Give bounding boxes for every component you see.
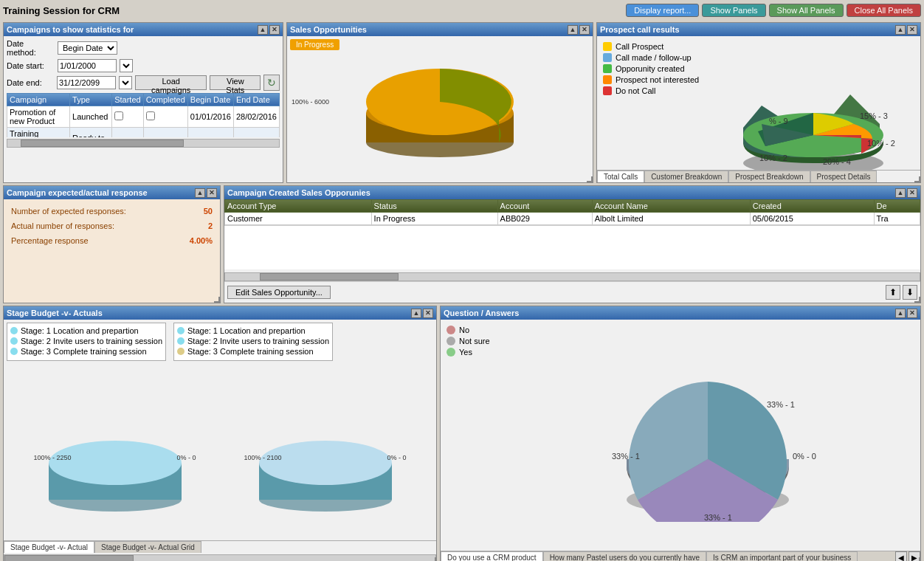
row1: Campaigns to show statistics for ▲ ✕ Dat… [3, 22, 921, 183]
show-panels-button[interactable]: Show Panels [702, 4, 765, 17]
prospect-pie: % - 9 15% - 3 10% - 2 10% - 2 20% - 4 [706, 39, 906, 170]
col-started: Started [112, 94, 143, 106]
display-report-button[interactable]: Display report... [626, 4, 699, 17]
camp-created-controls: ▲ ✕ [895, 188, 917, 198]
camp-created-header: Campaign Created Sales Opporunies ▲ ✕ [224, 186, 920, 199]
tab-crm-important[interactable]: Is CRM an important part of your busines… [706, 551, 858, 561]
camp-created-table-header: Account Type Status Account Account Name… [225, 200, 920, 213]
legend-item-not-sure: Not sure [447, 337, 490, 345]
date-start-row: Date start: ▼ [7, 59, 280, 72]
app-title: Training Session for CRM [3, 5, 120, 16]
camp-created-resize[interactable] [913, 295, 920, 303]
view-stats-button[interactable]: View Stats [210, 75, 261, 90]
completed-checkbox[interactable] [146, 111, 155, 120]
question-minimize-button[interactable]: ▲ [895, 309, 906, 318]
col-type: Type [70, 94, 112, 106]
stage-resize[interactable] [429, 556, 436, 561]
prospect-chart-container: % - 9 15% - 3 10% - 2 10% - 2 20% - 4 [706, 39, 917, 167]
col-account-name: Account Name [592, 200, 750, 213]
tab-prospect-breakdown[interactable]: Prospect Breakdown [728, 171, 810, 182]
stage-left-legend: Stage: 1 Location and prepartion Stage: … [7, 323, 166, 361]
camp-created-panel: Campaign Created Sales Opporunies ▲ ✕ Ac… [224, 185, 921, 303]
table-row: Training Session for CRM Ready to L 10/0… [7, 128, 280, 138]
prospect-legend: Call Prospect Call made / follow-up Oppo… [600, 39, 703, 167]
sales-opp-close-button[interactable]: ✕ [579, 25, 590, 35]
tab-stage-budget-grid[interactable]: Stage Budget -v- Actual Grid [94, 541, 201, 553]
tab-prospect-details[interactable]: Prospect Details [810, 171, 878, 182]
camp-created-title: Campaign Created Sales Opporunies [227, 188, 895, 197]
sales-opp-minimize-button[interactable]: ▲ [568, 25, 578, 35]
export-icon[interactable]: ⬆ [886, 285, 900, 300]
date-start-picker[interactable]: ▼ [120, 59, 133, 72]
date-method-select[interactable]: Begin Date [58, 41, 117, 55]
prospect-close-button[interactable]: ✕ [907, 25, 917, 35]
stage-left-empty: 0% - 0 [176, 454, 196, 461]
svg-text:10% - 2: 10% - 2 [759, 154, 787, 162]
response-minimize-button[interactable]: ▲ [195, 188, 205, 198]
response-controls: ▲ ✕ [195, 188, 217, 198]
stage-left-chart: 100% - 2250 0% - 0 [34, 389, 196, 516]
tab-pastel-users[interactable]: How many Pastel users do you currently h… [543, 551, 706, 561]
prospect-title: Prospect call results [600, 25, 895, 34]
edit-sales-opp-button[interactable]: Edit Sales Opportunity... [227, 286, 331, 299]
svg-text:33% - 1: 33% - 1 [612, 452, 640, 461]
question-tabs-row: Do you use a CRM product How many Pastel… [441, 551, 920, 561]
camp-created-close-button[interactable]: ✕ [907, 188, 917, 198]
prospect-minimize-button[interactable]: ▲ [895, 25, 906, 35]
date-start-input[interactable] [58, 59, 117, 72]
prev-question-button[interactable]: ◀ [895, 551, 907, 561]
col-created: Created [750, 200, 874, 213]
load-campaigns-button[interactable]: Load campaigns [135, 75, 207, 90]
refresh-button[interactable]: ↻ [263, 75, 280, 91]
chart-label-left: 100% - 6000 [292, 98, 329, 106]
percentage-response-label: Percentage response [11, 236, 89, 245]
stage-tabs: Stage Budget -v- Actual Stage Budget -v-… [4, 540, 436, 553]
campaign-scrollbar[interactable] [7, 139, 280, 148]
stage-close-button[interactable]: ✕ [423, 309, 433, 318]
table-row: Customer In Progress ABB029 Albolt Limit… [225, 213, 920, 225]
sales-opp-title: Sales Opportunities [290, 25, 568, 34]
started-checkbox[interactable] [114, 111, 123, 120]
date-end-row: Date end: ▼ Load campaigns View Stats ↻ [7, 75, 280, 91]
col-completed: Completed [143, 94, 187, 106]
response-header: Campaign expected/actual response ▲ ✕ [4, 186, 220, 199]
stage-scrollbar[interactable] [4, 554, 436, 561]
tab-customer-breakdown[interactable]: Customer Breakdown [644, 171, 728, 182]
camp-created-scrollbar[interactable] [224, 272, 920, 281]
stage-controls: ▲ ✕ [411, 309, 433, 318]
legend-item-do-not-call: Do not Call [603, 86, 700, 95]
tab-stage-budget-actual[interactable]: Stage Budget -v- Actual [4, 541, 94, 553]
resize-handle[interactable] [585, 175, 593, 182]
percentage-response-value: 4.00% [190, 236, 213, 245]
question-resize[interactable] [913, 556, 920, 561]
camp-created-table: Account Type Status Account Account Name… [224, 199, 920, 225]
tab-total-calls[interactable]: Total Calls [597, 171, 644, 182]
show-all-panels-button[interactable]: Show All Panels [769, 4, 844, 17]
stage-right-label: 100% - 2100 [244, 454, 282, 461]
col-de: De [874, 200, 920, 213]
stage-minimize-button[interactable]: ▲ [411, 309, 421, 318]
date-end-input[interactable] [57, 76, 116, 89]
response-close-button[interactable]: ✕ [207, 188, 217, 198]
tab-crm-product[interactable]: Do you use a CRM product [441, 551, 543, 561]
response-title: Campaign expected/actual response [7, 188, 195, 197]
sales-opp-controls: ▲ ✕ [568, 25, 590, 35]
prospect-resize[interactable] [913, 175, 920, 182]
question-close-button[interactable]: ✕ [907, 309, 917, 318]
stage-right-pie [244, 389, 407, 514]
response-resize[interactable] [213, 295, 220, 303]
col-end-date: End Date [233, 94, 279, 106]
row2: Campaign expected/actual response ▲ ✕ Nu… [3, 185, 921, 303]
camp-created-minimize-button[interactable]: ▲ [895, 188, 906, 198]
campaign-table-scroll[interactable]: Campaign Type Started Completed Begin Da… [7, 93, 280, 137]
campaigns-minimize-button[interactable]: ▲ [258, 25, 268, 35]
question-body: No Not sure Yes [441, 320, 920, 551]
sales-opp-pie [344, 43, 536, 161]
legend-item-no: No [447, 326, 490, 334]
close-all-panels-button[interactable]: Close All Panels [847, 4, 922, 17]
question-panel: Question / Answers ▲ ✕ No Not sure Yes [440, 306, 921, 561]
campaigns-close-button[interactable]: ✕ [269, 25, 280, 35]
campaigns-panel-title: Campaigns to show statistics for [7, 25, 258, 34]
date-end-label: Date end: [7, 78, 54, 87]
date-end-picker[interactable]: ▼ [119, 76, 132, 89]
